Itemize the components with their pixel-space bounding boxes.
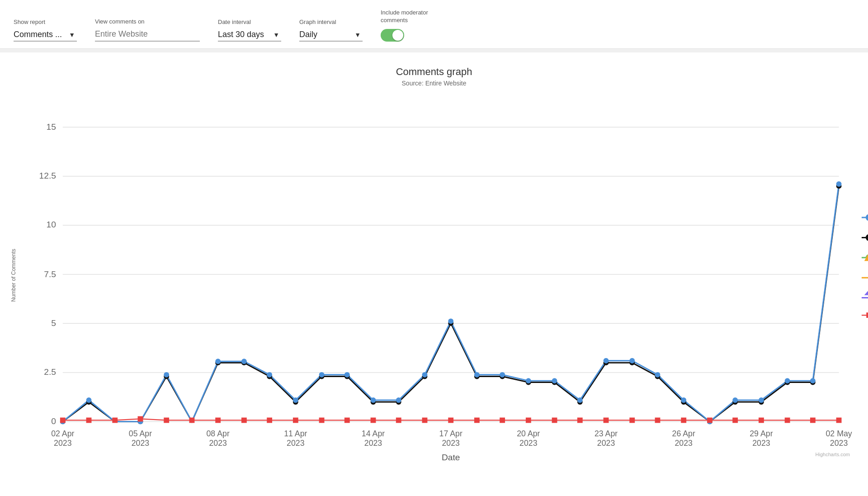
svg-rect-108 [396,417,401,423]
date-interval-group: Date interval Last 30 days Last 7 days L… [218,19,281,42]
svg-rect-95 [60,417,66,423]
svg-rect-98 [138,416,143,421]
date-interval-label: Date interval [218,19,281,25]
all-dots [60,181,842,424]
highcharts-credit: Highcharts.com [9,450,859,459]
svg-text:15: 15 [47,122,56,132]
svg-text:5: 5 [51,318,56,328]
svg-point-79 [448,318,453,324]
date-interval-select-wrapper: Last 30 days Last 7 days Last 90 days La… [218,28,281,42]
svg-text:2023: 2023 [830,438,848,447]
svg-text:2023: 2023 [132,438,150,447]
svg-rect-99 [164,417,169,423]
graph-interval-group: Graph interval Daily Weekly Monthly ▼ [299,19,363,42]
svg-text:2023: 2023 [54,438,72,447]
svg-rect-119 [681,417,686,423]
svg-text:2023: 2023 [519,438,538,447]
svg-point-67 [86,397,92,403]
svg-text:14 Apr: 14 Apr [362,429,385,438]
svg-rect-104 [293,417,298,423]
svg-text:11 Apr: 11 Apr [284,429,307,438]
date-interval-select[interactable]: Last 30 days Last 7 days Last 90 days La… [218,28,281,42]
approved-line [63,186,839,421]
svg-point-85 [604,358,609,364]
svg-point-87 [655,372,660,378]
svg-point-94 [836,181,842,187]
svg-rect-103 [267,417,272,423]
svg-text:05 Apr: 05 Apr [129,429,152,438]
chart-title: Comments graph [9,66,859,78]
graph-interval-select[interactable]: Daily Weekly Monthly [299,28,363,42]
svg-text:29 Apr: 29 Apr [750,429,773,438]
all-line [63,184,839,421]
svg-rect-121 [732,417,738,423]
legend-dot-spam [864,290,868,295]
svg-rect-105 [319,417,325,423]
view-comments-group: View comments on [95,18,200,42]
svg-rect-97 [112,417,118,423]
graph-interval-label: Graph interval [299,19,363,25]
svg-rect-113 [526,417,531,423]
svg-point-90 [732,397,738,403]
view-comments-label: View comments on [95,18,200,25]
chart-area: Number of Comments 15 12.5 10 7.5 5 [9,100,859,450]
chart-container: Comments graph Source: Entire Website Nu… [0,52,868,468]
svg-rect-101 [215,417,221,423]
svg-text:02 Apr: 02 Apr [51,429,74,438]
svg-rect-122 [759,417,764,423]
svg-rect-109 [422,417,428,423]
svg-rect-102 [241,417,247,423]
show-report-group: Show report Comments ... ▼ [14,19,77,42]
show-report-select-wrapper: Comments ... ▼ [14,28,77,42]
svg-point-72 [267,372,272,378]
svg-point-69 [164,372,169,378]
svg-rect-100 [189,417,195,423]
svg-point-78 [422,372,428,378]
y-axis-label: Number of Comments [9,100,18,450]
svg-point-84 [577,397,583,403]
svg-text:2.5: 2.5 [44,367,56,377]
svg-text:17 Apr: 17 Apr [439,429,462,438]
svg-text:08 Apr: 08 Apr [206,429,229,438]
svg-point-88 [681,397,686,403]
svg-point-80 [474,372,480,378]
svg-point-93 [810,378,816,383]
svg-rect-118 [655,417,660,423]
svg-point-73 [293,397,298,403]
svg-rect-116 [604,417,609,423]
svg-text:2023: 2023 [364,438,382,447]
svg-text:2023: 2023 [209,438,227,447]
svg-text:10: 10 [47,220,56,229]
show-report-select[interactable]: Comments ... [14,28,77,42]
svg-point-86 [629,358,635,364]
svg-point-82 [526,378,531,383]
separator [0,49,868,52]
include-moderator-toggle[interactable] [381,29,404,42]
svg-rect-112 [500,417,505,423]
svg-point-91 [759,397,764,403]
graph-interval-select-wrapper: Daily Weekly Monthly ▼ [299,28,363,42]
svg-rect-114 [552,417,557,423]
svg-rect-123 [785,417,790,423]
toggle-slider [381,29,404,42]
svg-text:2023: 2023 [752,438,770,447]
svg-text:2023: 2023 [597,438,615,447]
svg-text:7.5: 7.5 [44,269,56,279]
include-moderator-label: Include moderatorcomments [381,9,428,24]
view-comments-input[interactable] [95,28,200,42]
svg-text:0: 0 [51,416,56,426]
svg-rect-107 [371,417,376,423]
svg-rect-120 [707,417,712,423]
svg-text:2023: 2023 [442,438,460,447]
svg-rect-106 [344,417,350,423]
show-report-label: Show report [14,19,77,25]
svg-point-70 [215,359,221,364]
svg-point-77 [396,397,401,403]
svg-text:2023: 2023 [287,438,305,447]
chart-subtitle: Source: Entire Website [9,80,859,87]
chart-inner: 15 12.5 10 7.5 5 2.5 0 02 Apr 2023 05 Ap… [23,100,859,450]
include-moderator-group: Include moderatorcomments [381,9,428,42]
toolbar: Show report Comments ... ▼ View comments… [0,0,868,49]
svg-text:26 Apr: 26 Apr [672,429,695,438]
svg-point-92 [785,378,790,383]
